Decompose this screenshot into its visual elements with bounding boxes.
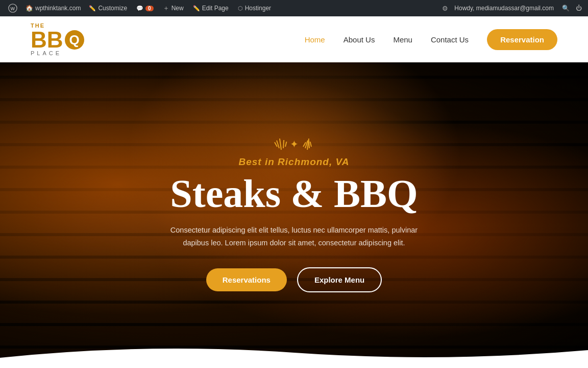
nav-links: Home About Us Menu Contact Us Reservatio… — [305, 29, 557, 50]
ornament-left — [277, 139, 286, 150]
hero-section: ✦ Best in Richmond, VA Steaks & BBQ Cons… — [0, 62, 588, 368]
site-name[interactable]: 🏠 wpthinktank.com — [22, 3, 84, 14]
hero-buttons: Reservations Explore Menu — [166, 267, 422, 292]
howdy-text[interactable]: Howdy, mediamudassar@gmail.com — [450, 3, 558, 14]
hero-description: Consectetur adipiscing elit elit tellus,… — [166, 224, 422, 249]
ornament-right — [303, 139, 312, 150]
ornament-center: ✦ — [290, 138, 299, 150]
logo-place: PLACE — [31, 50, 84, 56]
nav-menu[interactable]: Menu — [393, 35, 412, 44]
logo[interactable]: THE BB Q PLACE — [31, 22, 84, 56]
admin-bar-left: W 🏠 wpthinktank.com ✏️ Customize 💬 0 ＋ N… — [4, 2, 440, 15]
admin-bar: W 🏠 wpthinktank.com ✏️ Customize 💬 0 ＋ N… — [0, 0, 588, 16]
comments-button[interactable]: 💬 0 — [132, 3, 158, 14]
main-nav: THE BB Q PLACE Home About Us Menu Contac… — [0, 16, 588, 62]
logo-bbq: BB — [31, 29, 63, 51]
nav-contact[interactable]: Contact Us — [431, 35, 469, 44]
edit-page-button[interactable]: ✏️ Edit Page — [189, 3, 233, 14]
reservation-button[interactable]: Reservation — [487, 29, 557, 50]
bottom-wave — [0, 342, 588, 368]
svg-text:W: W — [11, 6, 15, 11]
explore-menu-button[interactable]: Explore Menu — [297, 267, 382, 292]
customize-button[interactable]: ✏️ Customize — [85, 3, 131, 14]
reservations-button[interactable]: Reservations — [206, 268, 287, 291]
hero-title: Steaks & BBQ — [166, 174, 422, 214]
logo-q: Q — [65, 30, 84, 50]
hero-subtitle: Best in Richmond, VA — [166, 156, 422, 168]
nav-about[interactable]: About Us — [344, 35, 375, 44]
new-button[interactable]: ＋ New — [159, 2, 188, 15]
hero-ornament: ✦ — [166, 138, 422, 150]
hero-content: ✦ Best in Richmond, VA Steaks & BBQ Cons… — [156, 138, 432, 292]
nav-home[interactable]: Home — [305, 35, 325, 44]
hostinger-button[interactable]: ⬡ Hostinger — [234, 3, 275, 14]
wp-logo-icon[interactable]: W — [4, 2, 21, 15]
admin-bar-right: ⚙ Howdy, mediamudassar@gmail.com 🔍 ⏻ — [442, 3, 584, 14]
